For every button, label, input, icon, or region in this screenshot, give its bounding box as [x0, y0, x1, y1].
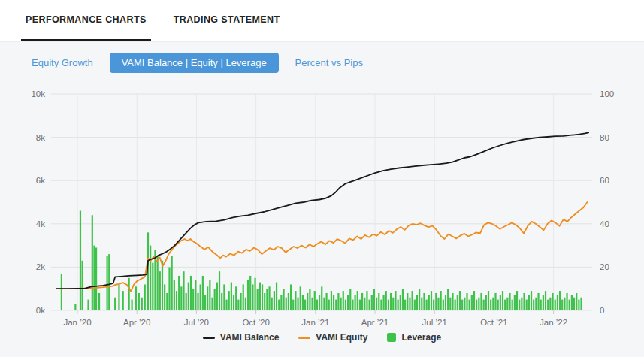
left-axis-tick-label: 0k: [36, 306, 45, 315]
leverage-bar: [383, 295, 385, 310]
x-axis-tick-label: Jan ’21: [301, 318, 329, 327]
leverage-bar: [561, 300, 563, 310]
leverage-bar: [300, 286, 301, 310]
leverage-bar: [340, 298, 341, 310]
leverage-bar: [359, 300, 361, 310]
legend-item-vami-balance[interactable]: VAMI Balance: [203, 332, 279, 343]
leverage-bar: [452, 293, 453, 310]
right-axis-tick-label: 40: [600, 219, 609, 228]
leverage-bar: [388, 300, 389, 310]
leverage-bar: [416, 295, 418, 310]
leverage-bar: [457, 295, 458, 310]
leverage-bar: [409, 298, 410, 310]
leverage-bar: [400, 295, 401, 310]
leverage-bar: [276, 283, 277, 310]
leverage-bar: [283, 289, 284, 310]
leverage-bar: [571, 295, 573, 310]
left-axis-tick-label: 10k: [31, 89, 45, 98]
chart-type-switcher: Equity Growth VAMI Balance | Equity | Le…: [0, 42, 644, 83]
leverage-bar: [144, 284, 146, 310]
leverage-bar: [162, 261, 163, 310]
leverage-bar: [118, 284, 119, 310]
tab-trading-statement[interactable]: TRADING STATEMENT: [169, 0, 285, 41]
leverage-bar: [219, 271, 220, 310]
leverage-bar: [325, 293, 327, 310]
leverage-bar: [178, 276, 180, 310]
leverage-bar: [414, 300, 416, 310]
leverage-bar: [82, 261, 83, 310]
leverage-bar: [141, 298, 143, 310]
subtab-percent-vs-pips[interactable]: Percent vs Pips: [285, 53, 373, 73]
leverage-bar: [433, 300, 434, 310]
leverage-bar: [580, 298, 582, 310]
x-axis-tick-label: Oct ’21: [480, 318, 507, 327]
leverage-bar: [271, 298, 273, 310]
leverage-bar: [168, 267, 170, 310]
leverage-bar: [447, 289, 449, 310]
leverage-bar: [435, 293, 437, 310]
leverage-bar: [559, 291, 561, 310]
legend-item-vami-equity[interactable]: VAMI Equity: [298, 332, 367, 343]
leverage-bar: [135, 286, 137, 310]
leverage-bar: [440, 291, 442, 310]
leverage-bar: [166, 293, 168, 310]
leverage-bar: [304, 300, 306, 310]
leverage-bar: [343, 291, 344, 310]
leverage-bar: [345, 300, 346, 310]
leverage-bar: [485, 295, 487, 310]
tab-performance-charts[interactable]: PERFORMANCE CHARTS: [21, 0, 151, 41]
leverage-bar: [228, 291, 230, 310]
top-tab-bar: PERFORMANCE CHARTS TRADING STATEMENT: [0, 0, 644, 42]
leverage-bar: [192, 289, 194, 310]
subtab-vami-balance-equity-leverage[interactable]: VAMI Balance | Equity | Leverage: [110, 53, 279, 73]
leverage-bar: [500, 295, 501, 310]
leverage-bar: [443, 300, 444, 310]
leverage-bar: [243, 284, 244, 310]
leverage-bar: [98, 293, 100, 310]
leverage-bar: [437, 298, 439, 310]
leverage-bar: [171, 256, 173, 310]
leverage-bar: [207, 286, 208, 310]
right-axis-tick-label: 0: [600, 306, 604, 315]
leverage-bar: [216, 283, 218, 310]
leverage-bar: [455, 300, 456, 310]
leverage-bar: [252, 284, 253, 310]
leverage-bar: [392, 298, 394, 310]
legend-item-leverage[interactable]: Leverage: [387, 332, 441, 343]
leverage-bar: [476, 300, 477, 310]
leverage-bar: [323, 298, 325, 310]
leverage-bar: [233, 295, 234, 310]
leverage-bar: [523, 293, 525, 310]
leverage-bar: [307, 293, 308, 310]
leverage-bar: [176, 291, 177, 310]
leverage-bar-swatch-icon: [387, 333, 396, 342]
leverage-bar: [331, 291, 332, 310]
leverage-bar: [352, 300, 353, 310]
left-axis-tick-label: 4k: [36, 219, 45, 228]
x-axis-tick-label: Jan ’20: [63, 318, 91, 327]
leverage-bar: [316, 300, 318, 310]
leverage-bar: [87, 300, 89, 310]
leverage-bar: [504, 300, 506, 310]
leverage-bar: [502, 291, 503, 310]
leverage-bar: [445, 295, 446, 310]
leverage-bar: [257, 289, 259, 310]
leverage-bar: [333, 295, 334, 310]
leverage-bar: [138, 293, 140, 310]
subtab-equity-growth[interactable]: Equity Growth: [21, 53, 104, 73]
right-axis-tick-label: 80: [600, 133, 609, 142]
leverage-bar: [186, 293, 187, 310]
leverage-bar: [237, 300, 239, 310]
leverage-bar: [398, 300, 399, 310]
leverage-bar: [190, 276, 192, 310]
leverage-bar: [209, 280, 210, 310]
leverage-bar: [159, 271, 161, 310]
leverage-bar: [545, 291, 546, 310]
leverage-bar: [516, 291, 518, 310]
leverage-bar: [288, 293, 289, 310]
leverage-bar: [461, 300, 463, 310]
legend-label-leverage: Leverage: [401, 332, 441, 343]
leverage-bar: [369, 300, 370, 310]
leverage-bar: [514, 295, 516, 310]
tab-trading-statement-label: TRADING STATEMENT: [174, 14, 280, 25]
